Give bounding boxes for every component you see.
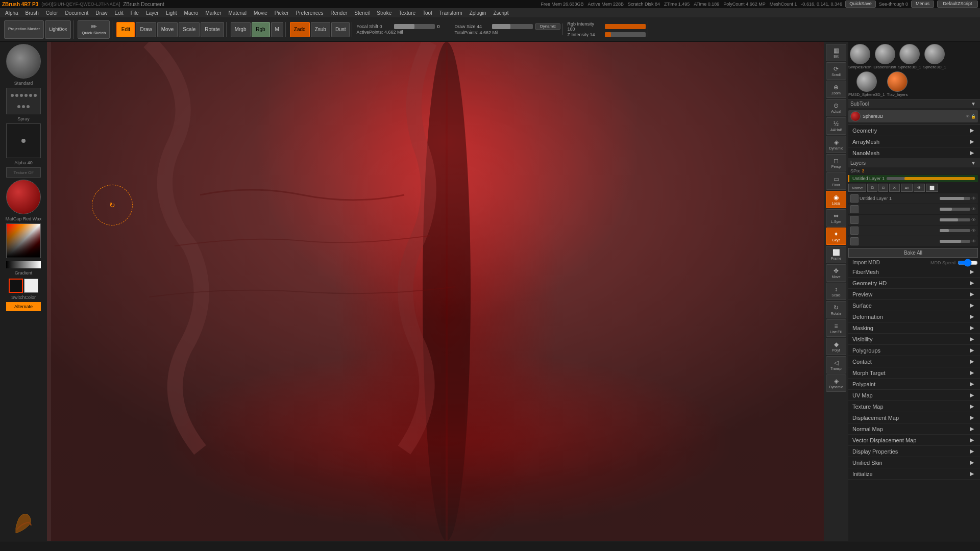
- menu-macro[interactable]: Macro: [181, 9, 202, 17]
- focal-shift-slider[interactable]: [394, 24, 435, 29]
- nanomesh-menu-item[interactable]: NanoMesh ▶: [846, 147, 980, 159]
- layer-entry-slider[interactable]: [940, 240, 970, 243]
- alternate-button[interactable]: Alternate: [6, 302, 41, 311]
- menu-layer[interactable]: Layer: [143, 9, 162, 17]
- layer-slider[interactable]: [887, 177, 975, 180]
- polygroups-item[interactable]: Polygroups ▶: [846, 345, 980, 356]
- rgb-button[interactable]: Rgb: [252, 22, 270, 37]
- eye6-icon[interactable]: 👁: [971, 239, 976, 244]
- rotate-button[interactable]: Rotate: [201, 22, 224, 37]
- menu-stroke[interactable]: Stroke: [374, 9, 395, 17]
- gradient-bar[interactable]: [6, 261, 41, 268]
- polyf-button[interactable]: ◆Polyf: [826, 338, 846, 355]
- draw-button[interactable]: Draw: [136, 22, 156, 37]
- canvas-area[interactable]: ↻: [47, 42, 846, 541]
- zsub-button[interactable]: Zsub: [311, 22, 330, 37]
- layer-eye-button[interactable]: 👁: [914, 184, 925, 192]
- transp-button[interactable]: ◁Transp: [826, 356, 846, 373]
- morph-target-item[interactable]: Morph Target ▶: [846, 367, 980, 379]
- mrgb-button[interactable]: Mrgb: [231, 22, 251, 37]
- subtool-header[interactable]: SubTool ▼: [846, 99, 980, 108]
- zoom-button[interactable]: ⊕Zoom: [826, 81, 846, 98]
- sculpt-viewport[interactable]: ↻: [47, 42, 846, 541]
- material-ball[interactable]: [6, 180, 41, 214]
- eye3-icon[interactable]: 👁: [971, 207, 976, 212]
- geometry-menu-item[interactable]: Geometry ▶: [846, 125, 980, 136]
- color-picker[interactable]: [6, 223, 41, 258]
- unified-skin-item[interactable]: Unified Skin ▶: [846, 457, 980, 468]
- layer-merge-button[interactable]: ⧈: [878, 184, 888, 192]
- layer-entry[interactable]: 👁: [848, 204, 978, 214]
- pm3d-ball[interactable]: [856, 71, 877, 92]
- surface-item[interactable]: Surface ▶: [846, 300, 980, 311]
- m-button[interactable]: M: [271, 22, 283, 37]
- scale-tool-button[interactable]: ↕Scale: [826, 283, 846, 300]
- layer-entry[interactable]: Untitled Layer 1 👁: [848, 193, 978, 204]
- linefill-button[interactable]: ≡Line Fill: [826, 319, 846, 337]
- aahalf-button[interactable]: ½AAHalf: [826, 117, 846, 135]
- layers-header[interactable]: Layers ▼: [846, 159, 980, 167]
- initialize-item[interactable]: Initialize ▶: [846, 468, 980, 480]
- layer-entry[interactable]: 👁: [848, 236, 978, 246]
- move-button[interactable]: Move: [157, 22, 178, 37]
- rgb-intensity-slider[interactable]: [605, 24, 646, 29]
- layer-entry[interactable]: 👁: [848, 226, 978, 236]
- lock-icon[interactable]: 🔒: [971, 114, 976, 119]
- menu-document[interactable]: Document: [62, 9, 92, 17]
- menu-marker[interactable]: Marker: [202, 9, 224, 17]
- layer-entry-slider[interactable]: [940, 197, 970, 200]
- bilt-button[interactable]: ▦Bilt: [826, 44, 846, 61]
- layer-name-button[interactable]: Name: [848, 184, 866, 192]
- menu-color[interactable]: Color: [43, 9, 61, 17]
- layer-entry[interactable]: 👁: [848, 215, 978, 225]
- eye4-icon[interactable]: 👁: [971, 217, 976, 222]
- import-mdd-button[interactable]: Import MDD: [852, 260, 928, 265]
- rotate-tool-button[interactable]: ↻Rotate: [826, 301, 846, 318]
- dynamic2-button[interactable]: ◈Dynamic: [826, 374, 846, 392]
- bake-all-button[interactable]: Bake All: [848, 248, 978, 258]
- quicksave-button[interactable]: QuickSave: [845, 1, 876, 8]
- fibermesh-item[interactable]: FiberMesh ▶: [846, 266, 980, 278]
- vector-displacement-map-item[interactable]: Vector Displacement Map ▶: [846, 435, 980, 446]
- alpha-preview[interactable]: [6, 123, 41, 158]
- lsym-button[interactable]: ⇔L.Sym: [826, 209, 846, 227]
- menu-movie[interactable]: Movie: [251, 9, 271, 17]
- scale-button[interactable]: Scale: [179, 22, 200, 37]
- floor-button[interactable]: ▭Floor: [826, 172, 846, 190]
- display-properties-item[interactable]: Display Properties ▶: [846, 446, 980, 457]
- menu-draw[interactable]: Draw: [92, 9, 110, 17]
- quick-sketch-button[interactable]: ✏ Quick Sketch: [78, 20, 110, 39]
- local-button[interactable]: ◉Local: [826, 191, 846, 208]
- arraymesh-menu-item[interactable]: ArrayMesh ▶: [846, 136, 980, 147]
- masking-item[interactable]: Masking ▶: [846, 322, 980, 334]
- stroke-preview[interactable]: [6, 88, 41, 114]
- dynamic-button[interactable]: Dynamic: [535, 23, 560, 30]
- eye5-icon[interactable]: 👁: [971, 228, 976, 233]
- mdd-speed-slider[interactable]: [958, 261, 978, 265]
- layer-blank-button[interactable]: ⬜: [926, 184, 938, 192]
- eye2-icon[interactable]: 👁: [971, 196, 976, 201]
- sphere3d1-ball[interactable]: [899, 44, 920, 64]
- texture-map-item[interactable]: Texture Map ▶: [846, 401, 980, 412]
- menu-light[interactable]: Light: [163, 9, 180, 17]
- layer-delete-button[interactable]: ✕: [889, 184, 900, 192]
- layer-entry-slider[interactable]: [940, 229, 970, 232]
- layer-all-button[interactable]: All: [901, 184, 913, 192]
- gxyz-button[interactable]: ✦Gxyz: [826, 228, 846, 245]
- primary-color-swatch[interactable]: [9, 279, 23, 293]
- scroll-button[interactable]: ⟳Scroll: [826, 62, 846, 80]
- menu-material[interactable]: Material: [226, 9, 250, 17]
- menu-preferences[interactable]: Preferences: [293, 9, 327, 17]
- persp-button[interactable]: ◻Persp: [826, 154, 846, 171]
- menu-alpha[interactable]: Alpha: [2, 9, 21, 17]
- menu-texture[interactable]: Texture: [396, 9, 419, 17]
- eye-icon[interactable]: 👁: [966, 114, 970, 119]
- menu-render[interactable]: Render: [328, 9, 351, 17]
- frame-button[interactable]: ⬜Frame: [826, 246, 846, 263]
- menu-transform[interactable]: Transform: [436, 9, 465, 17]
- tlav-ball[interactable]: [887, 71, 908, 92]
- normal-map-item[interactable]: Normal Map ▶: [846, 423, 980, 435]
- actual-button[interactable]: ⊙Actual: [826, 99, 846, 116]
- dust-button[interactable]: Dust: [331, 22, 350, 37]
- subtool-row[interactable]: Sphere3D 👁 🔒: [848, 110, 978, 122]
